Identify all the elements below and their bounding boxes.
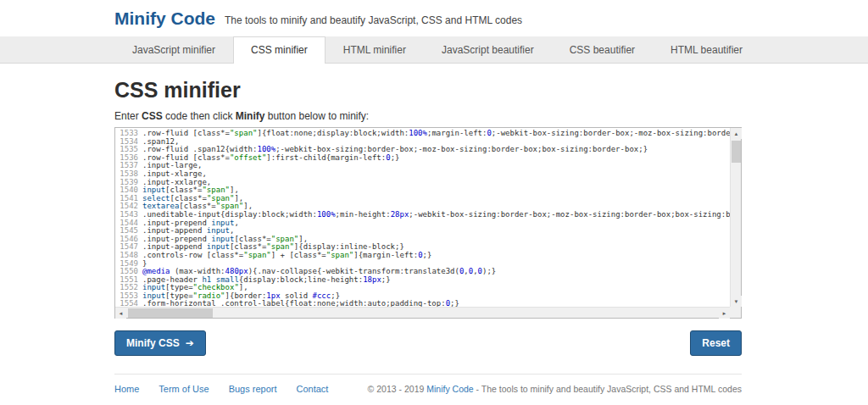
tab-javascript-minifier[interactable]: JavaScript minifier: [114, 36, 233, 63]
triangle-left-icon: ◄: [119, 311, 124, 316]
tab-css-beautifier[interactable]: CSS beautifier: [552, 36, 653, 63]
copyright-prefix: © 2013 - 2019: [368, 384, 427, 394]
nav-tabs: JavaScript minifierCSS minifierHTML mini…: [114, 36, 868, 63]
css-code-editor[interactable]: 1533.row-fluid [class*="span"]{float:non…: [114, 127, 742, 319]
main-content: CSS minifier Enter CSS code then click M…: [114, 78, 742, 394]
copyright-link[interactable]: Minify Code: [426, 384, 473, 394]
code-line: 1533.row-fluid [class*="span"]{float:non…: [118, 130, 730, 138]
code-line: 1554.form-horizontal .control-label{floa…: [118, 300, 730, 307]
tab-css-minifier[interactable]: CSS minifier: [233, 36, 326, 64]
footer-link-home[interactable]: Home: [114, 384, 139, 394]
minify-css-label: Minify CSS: [126, 337, 180, 349]
page: Minify Code The tools to minify and beau…: [0, 0, 868, 405]
vertical-scrollbar[interactable]: ▲ ▼: [730, 128, 741, 307]
scroll-down-button[interactable]: ▼: [731, 296, 742, 307]
code-line: 1548.controls-row [class*="span"] + [cla…: [118, 252, 730, 260]
scrollbar-corner: [730, 307, 741, 318]
tab-javascript-beautifier[interactable]: JavaScript beautifier: [424, 36, 552, 63]
horizontal-scroll-thumb[interactable]: [128, 308, 213, 318]
arrow-right-icon: ➔: [186, 337, 194, 349]
footer-link-bugs-report[interactable]: Bugs report: [229, 384, 277, 394]
code-line: 1537.input-large,: [118, 162, 730, 170]
scroll-right-button[interactable]: ►: [719, 308, 730, 319]
scroll-up-button[interactable]: ▲: [731, 128, 742, 139]
scroll-left-button[interactable]: ◄: [115, 308, 126, 319]
tab-html-minifier[interactable]: HTML minifier: [326, 36, 424, 63]
actions-row: Minify CSS➔ Reset: [114, 330, 742, 356]
tab-html-beautifier[interactable]: HTML beautifier: [653, 36, 760, 63]
footer-links: HomeTerm of UseBugs reportContact: [114, 384, 348, 394]
site-tagline: The tools to minify and beautify JavaScr…: [225, 12, 522, 26]
footer-link-contact[interactable]: Contact: [297, 384, 329, 394]
footer: HomeTerm of UseBugs reportContact © 2013…: [114, 374, 742, 394]
copyright-suffix: - The tools to minify and beautify JavaS…: [474, 384, 742, 394]
instruction-text: Enter CSS code then click Minify button …: [114, 110, 742, 122]
triangle-right-icon: ►: [722, 311, 727, 316]
nav-strip: JavaScript minifierCSS minifierHTML mini…: [0, 36, 868, 64]
triangle-up-icon: ▲: [734, 131, 739, 136]
code-lines: 1533.row-fluid [class*="span"]{float:non…: [115, 128, 730, 307]
page-title: CSS minifier: [114, 78, 742, 103]
app-logo[interactable]: Minify Code: [114, 8, 215, 29]
line-number: 1554: [118, 300, 138, 307]
minify-css-button[interactable]: Minify CSS➔: [114, 330, 206, 356]
reset-button[interactable]: Reset: [690, 330, 742, 356]
copyright: © 2013 - 2019 Minify Code - The tools to…: [368, 384, 742, 394]
horizontal-scrollbar[interactable]: ◄ ►: [115, 307, 730, 318]
code-line: 1536.row-fluid [class*="offset"]:first-c…: [118, 154, 730, 163]
site-header: Minify Code The tools to minify and beau…: [114, 0, 742, 36]
triangle-down-icon: ▼: [734, 299, 739, 304]
footer-link-term-of-use[interactable]: Term of Use: [159, 384, 209, 394]
vertical-scroll-thumb[interactable]: [732, 141, 741, 163]
